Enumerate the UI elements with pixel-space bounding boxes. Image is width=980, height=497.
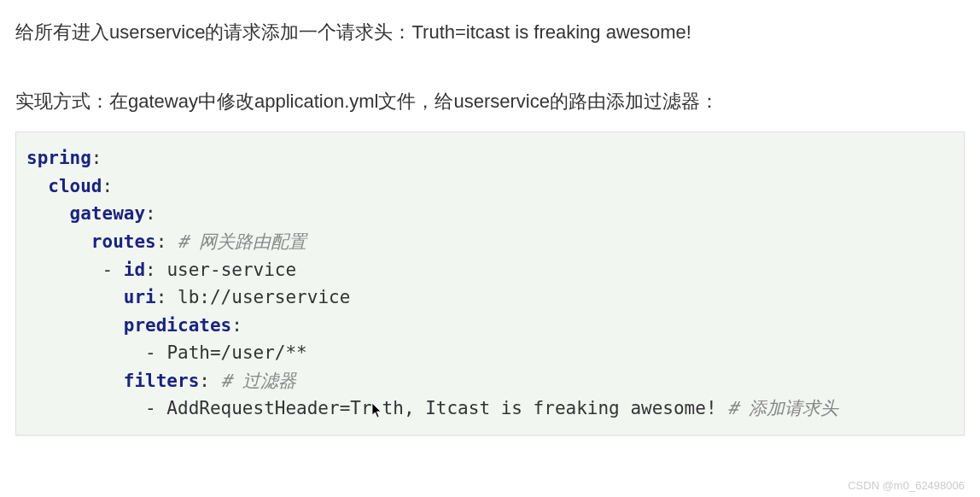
colon: :	[199, 371, 210, 391]
colon: :	[102, 176, 114, 196]
colon: :	[156, 231, 167, 252]
watermark-text: CSDN @m0_62498006	[848, 479, 965, 492]
key-cloud: cloud	[48, 176, 102, 196]
key-gateway: gateway	[70, 203, 146, 224]
dash: -	[102, 260, 124, 280]
value-uri: lb://userservice	[178, 287, 350, 307]
key-id: id	[124, 260, 145, 280]
comment-routes: # 网关路由配置	[178, 231, 306, 252]
yaml-code-block: spring: cloud: gateway: routes: # 网关路由配置…	[15, 132, 965, 435]
colon: :	[145, 260, 156, 280]
key-routes: routes	[91, 231, 156, 252]
comment-filter: # 添加请求头	[727, 398, 838, 418]
key-uri: uri	[124, 287, 156, 307]
key-predicates: predicates	[124, 315, 231, 336]
dash: -	[145, 342, 166, 363]
value-id: user-service	[166, 260, 296, 280]
value-path: Path=/user/**	[166, 342, 306, 363]
heading-text: 给所有进入userservice的请求添加一个请求头：Truth=itcast …	[15, 17, 965, 47]
colon: :	[231, 315, 242, 336]
sub-heading-text: 实现方式：在gateway中修改application.yml文件，给users…	[15, 86, 965, 116]
key-spring: spring	[26, 148, 91, 168]
value-filter-prefix: - AddRequestHeader=Tr	[145, 398, 372, 418]
value-filter-suffix: th, Itcast is freaking awesome!	[382, 398, 728, 418]
colon: :	[145, 203, 156, 224]
comment-filters: # 过滤器	[221, 371, 296, 391]
colon: :	[156, 287, 167, 307]
mouse-cursor-icon	[371, 403, 383, 418]
key-filters: filters	[124, 371, 200, 391]
colon: :	[91, 148, 102, 168]
